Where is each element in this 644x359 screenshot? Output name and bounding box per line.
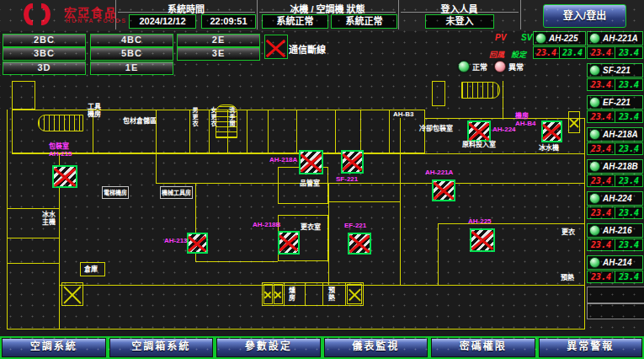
- device-SF-221[interactable]: SF-221: [587, 63, 643, 78]
- footer-cell: 異常警報: [537, 336, 644, 359]
- pv-value: 23.4: [588, 207, 615, 218]
- room-label: 倉庫: [84, 265, 98, 273]
- wall: [432, 81, 445, 106]
- abnormal-lamp-icon: [494, 61, 506, 72]
- wall: [328, 183, 329, 285]
- room-label: 洗手間: [228, 107, 236, 127]
- legend-abnormal-label: 異常: [508, 62, 524, 72]
- stairs-icon: [461, 82, 500, 99]
- shaft-x-icon: [274, 284, 283, 304]
- room-label: 更衣: [562, 228, 575, 236]
- logo-subtitle: HUNYA FOODS: [66, 18, 127, 24]
- sv-value: 23.4: [615, 111, 642, 122]
- area-button-3bc[interactable]: 3BC: [3, 47, 86, 61]
- wall: [7, 329, 585, 330]
- device-AH-216[interactable]: AH-216: [587, 223, 643, 238]
- shaft-x-icon: [347, 284, 362, 304]
- footer-button-儀表監視[interactable]: 儀表監視: [325, 339, 428, 356]
- device-name: AH-218A: [603, 130, 638, 139]
- area-button-4bc[interactable]: 4BC: [90, 34, 173, 47]
- footer-button-密碼權限[interactable]: 密碼權限: [432, 339, 535, 356]
- empty-device-slot: [587, 303, 644, 319]
- room-label: 品管室: [300, 180, 320, 187]
- room-label: 冰水機: [539, 144, 559, 152]
- wall: [328, 201, 400, 202]
- footer-cell: 儀表監視: [322, 336, 430, 359]
- ahu-icon-AH-224[interactable]: [467, 121, 491, 142]
- area-button-3e[interactable]: 3E: [177, 47, 260, 61]
- footer-button-參數設定[interactable]: 參數設定: [217, 339, 320, 356]
- equipment-label-AH-224: AH-224: [492, 126, 516, 133]
- area-button-3d[interactable]: 3D: [3, 62, 86, 75]
- room-label: 電梯機房: [102, 186, 129, 199]
- device-AH-225[interactable]: AH-225: [533, 31, 586, 46]
- device-values-AH-214: 23.423.4: [587, 271, 643, 283]
- device-values-AH-218A: 23.423.4: [587, 142, 643, 155]
- area-button-2e[interactable]: 2E: [177, 34, 260, 47]
- wall: [438, 223, 439, 285]
- pv-value: 23.4: [588, 143, 615, 154]
- device-values-SF-221: 23.423.4: [587, 78, 643, 91]
- comm-loss-x-icon: [264, 35, 288, 59]
- device-name: AH-225: [549, 34, 577, 43]
- room-label: 男更衣: [191, 107, 199, 127]
- device-AH-218A[interactable]: AH-218A: [587, 127, 643, 142]
- wall: [7, 238, 59, 238]
- equipment-label-AH-213: AH-213: [164, 237, 188, 244]
- status-lamp-icon: [589, 193, 600, 204]
- room-label: 冷卻包裝室: [419, 125, 453, 132]
- header-divider: [520, 0, 521, 29]
- footer-menu: 空調系統空調箱系統參數設定儀表監視密碼權限異常警報: [0, 336, 644, 359]
- device-AH-218B[interactable]: AH-218B: [587, 159, 643, 174]
- area-button-1e[interactable]: 1E: [90, 62, 173, 75]
- device-AH-224[interactable]: AH-224: [587, 191, 643, 206]
- sv-value: 23.4: [615, 175, 642, 186]
- equipment-label-AH-218B: AH-218B: [253, 221, 280, 228]
- footer-button-異常警報[interactable]: 異常警報: [540, 339, 642, 356]
- sv-value: 23.4: [615, 239, 642, 250]
- room-label: 預熱: [561, 274, 574, 281]
- shaft-x-icon: [263, 284, 273, 304]
- device-name: AH-224: [603, 194, 631, 203]
- wall: [12, 153, 584, 154]
- sv-value: 23.4: [560, 47, 585, 58]
- device-EF-221[interactable]: EF-221: [587, 95, 643, 110]
- footer-button-空調箱系統[interactable]: 空調箱系統: [110, 339, 213, 356]
- system-time-value: 22:09:51: [201, 14, 256, 29]
- pv-value: 23.4: [588, 271, 615, 282]
- device-AH-214[interactable]: AH-214: [587, 255, 643, 270]
- footer-cell: 空調系統: [0, 336, 108, 359]
- ahu-icon-AH-225[interactable]: [470, 228, 495, 252]
- ahu-icon-AH-221A[interactable]: [432, 180, 455, 201]
- device-AH-221A[interactable]: AH-221A: [587, 31, 643, 46]
- ahu-icon-AH-213[interactable]: [187, 233, 208, 254]
- ahu-icon-AH-218A[interactable]: [299, 150, 323, 174]
- device-name: AH-216: [603, 226, 631, 235]
- area-button-5bc[interactable]: 5BC: [90, 47, 173, 61]
- shaft-x-icon: [61, 282, 83, 306]
- shaft-x-icon: [568, 111, 580, 133]
- device-name: EF-221: [603, 98, 631, 107]
- hunya-logo-icon: [24, 3, 57, 27]
- ahu-icon-AH-218B[interactable]: [278, 231, 300, 255]
- ahu-icon-EF-221[interactable]: [348, 233, 371, 255]
- ahu-status-value: 系統正常: [331, 14, 397, 29]
- pv-value: 23.4: [534, 47, 560, 58]
- status-lamp-icon: [535, 33, 546, 44]
- sv-value: 23.4: [615, 207, 642, 218]
- status-lamp-icon: [589, 257, 600, 268]
- area-button-2bc[interactable]: 2BC: [3, 34, 86, 47]
- ahu-icon-AH-215[interactable]: [52, 165, 77, 188]
- stairs-icon: [38, 115, 83, 131]
- ahu-icon-SF-221[interactable]: [341, 150, 364, 174]
- footer-button-空調系統[interactable]: 空調系統: [3, 339, 105, 356]
- device-values-AH-224: 23.423.4: [587, 206, 643, 219]
- login-logout-button[interactable]: 登入/登出: [543, 4, 626, 28]
- normal-lamp-icon: [458, 61, 470, 72]
- wall: [425, 118, 585, 119]
- device-name: AH-218B: [603, 162, 638, 171]
- equipment-label-SF-221: SF-221: [336, 175, 358, 183]
- device-values-EF-221: 23.423.4: [587, 110, 643, 123]
- ahu-icon-AH-B4[interactable]: [541, 121, 562, 142]
- pv-value: 23.4: [588, 47, 615, 58]
